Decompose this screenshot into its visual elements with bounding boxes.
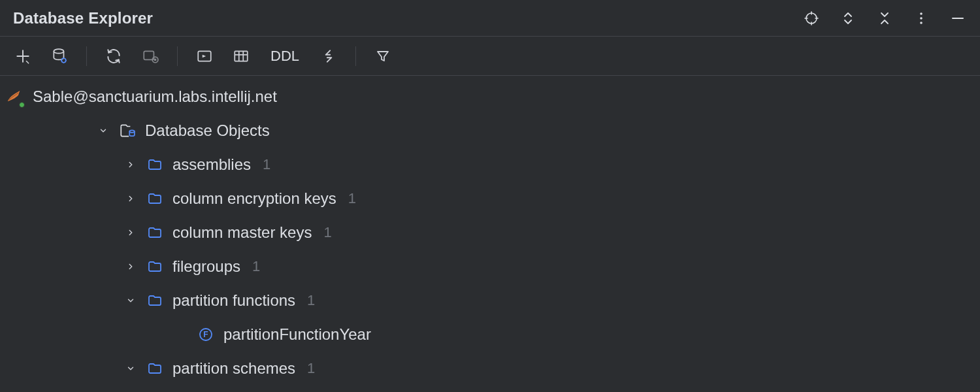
svg-point-6 [61, 58, 66, 63]
chevron-down-icon [124, 294, 137, 307]
more-icon[interactable] [912, 9, 930, 27]
toolbar-separator [86, 46, 87, 66]
svg-point-3 [920, 22, 923, 24]
status-dot-icon [19, 102, 25, 108]
tree-node-label: column encryption keys [172, 189, 336, 208]
svg-rect-9 [154, 58, 156, 60]
svg-text:F: F [203, 330, 208, 339]
refresh-icon[interactable] [103, 45, 125, 67]
titlebar: Database Explorer [0, 0, 980, 37]
toolbar-separator [177, 46, 178, 66]
svg-point-16 [129, 130, 135, 132]
svg-point-5 [54, 49, 63, 54]
tree-node-label: filegroups [172, 257, 240, 276]
tree-node-database-objects[interactable]: Database Objects [0, 114, 980, 148]
tree-node-label: partition functions [172, 291, 295, 310]
chevron-down-icon [124, 362, 137, 375]
folder-icon [146, 258, 163, 275]
chevron-down-icon [97, 124, 110, 137]
toolbar: DDL [0, 37, 980, 76]
filter-icon[interactable] [372, 45, 394, 67]
collapse-tree-icon[interactable] [318, 45, 340, 67]
chevron-right-icon [124, 260, 137, 273]
folder-icon [146, 360, 163, 377]
jump-to-console-icon[interactable] [193, 45, 216, 67]
tree-node-count: 1 [307, 360, 315, 377]
svg-point-1 [920, 12, 923, 15]
folder-icon [146, 224, 163, 241]
tree-node-label: column master keys [172, 223, 312, 242]
tree-leaf-partition-function-year[interactable]: F partitionFunctionYear [0, 318, 980, 351]
tree-node-count: 1 [323, 224, 331, 241]
tree-node-column-encryption-keys[interactable]: column encryption keys 1 [0, 182, 980, 216]
tree-node-count: 1 [252, 258, 260, 275]
tree-node-partition-schemes[interactable]: partition schemes 1 [0, 351, 980, 385]
svg-marker-11 [203, 54, 206, 57]
datasource-label: Sable@sanctuarium.labs.intellij.net [33, 88, 277, 106]
tree: Sable@sanctuarium.labs.intellij.net Data… [0, 76, 980, 385]
svg-point-2 [920, 17, 923, 20]
collapse-both-icon[interactable] [875, 9, 894, 27]
tree-node-count: 1 [348, 190, 356, 207]
folder-icon [146, 190, 163, 207]
tree-node-count: 1 [307, 292, 315, 309]
tree-node-partition-functions[interactable]: partition functions 1 [0, 284, 980, 318]
tree-node-label: assemblies [172, 155, 251, 174]
add-icon[interactable] [12, 45, 34, 67]
mssql-icon [4, 87, 24, 106]
svg-rect-12 [235, 51, 248, 61]
tree-node-count: 1 [263, 156, 270, 173]
tree-node-label: partition schemes [172, 359, 295, 378]
chevron-right-icon [124, 158, 137, 171]
function-icon: F [197, 326, 214, 343]
titlebar-buttons [802, 9, 967, 27]
table-editor-icon[interactable] [230, 45, 252, 67]
tree-node-assemblies[interactable]: assemblies 1 [0, 148, 980, 182]
tree-node-filegroups[interactable]: filegroups 1 [0, 250, 980, 284]
datasource-properties-icon[interactable] [48, 45, 71, 67]
datasource-node[interactable]: Sable@sanctuarium.labs.intellij.net [0, 80, 980, 114]
tree-leaf-label: partitionFunctionYear [223, 325, 371, 344]
ddl-button[interactable]: DDL [267, 45, 303, 67]
tree-node-label: Database Objects [145, 122, 270, 140]
panel-title: Database Explorer [13, 9, 153, 27]
chevron-right-icon [124, 192, 137, 205]
toolbar-separator [355, 46, 356, 66]
minimize-icon[interactable] [949, 9, 967, 27]
expand-collapse-icon[interactable] [839, 9, 857, 27]
folder-icon [146, 292, 163, 309]
database-objects-icon [119, 122, 136, 139]
chevron-right-icon [124, 226, 137, 239]
tree-node-column-master-keys[interactable]: column master keys 1 [0, 216, 980, 250]
folder-icon [146, 156, 163, 173]
target-icon[interactable] [802, 9, 821, 27]
stop-icon[interactable] [139, 45, 161, 67]
